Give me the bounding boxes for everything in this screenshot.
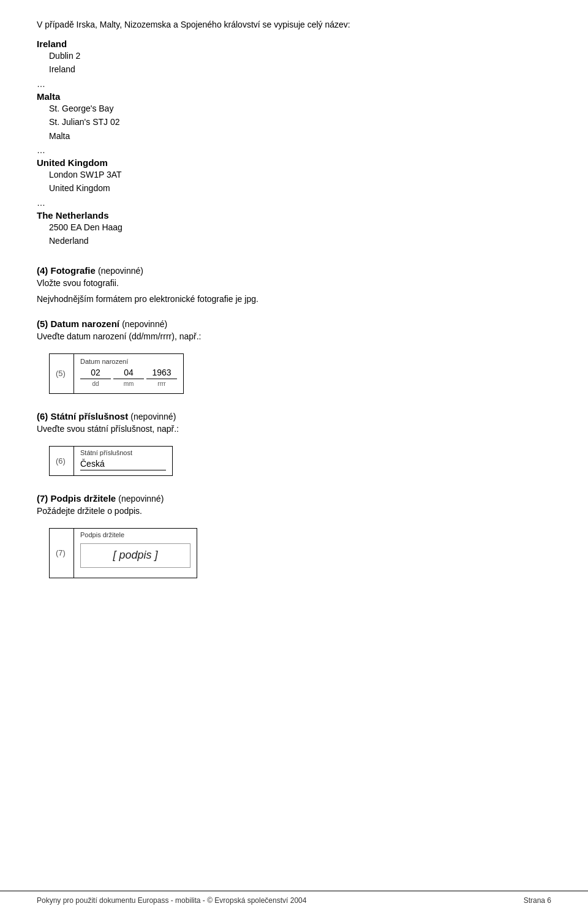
- yyyy-cell: 1963 rrrr: [146, 368, 177, 387]
- date-fields: 02 dd 04 mm 1963 rrrr: [80, 368, 177, 387]
- malta-name: Malta: [37, 91, 551, 102]
- section-7: (7) Podpis držitele (nepovinné) Požádejt…: [37, 493, 551, 578]
- netherlands-block: The Netherlands 2500 EA Den Haag Nederla…: [37, 210, 551, 248]
- dd-label: dd: [92, 380, 99, 387]
- section4-line1: Vložte svou fotografii.: [37, 278, 551, 288]
- intro-text: V případě Irska, Malty, Nizozemska a Spo…: [37, 18, 551, 31]
- rrrr-label: rrrr: [157, 380, 165, 387]
- section6-heading: (6) Státní příslušnost (nepovinné): [37, 411, 551, 421]
- mm-value: 04: [113, 368, 144, 379]
- uk-block: United Kingdom London SW1P 3AT United Ki…: [37, 157, 551, 208]
- section6-fields: Státní příslušnost Česká: [74, 447, 172, 475]
- section5-heading: (5) Datum narození (nepovinné): [37, 319, 551, 329]
- section4-heading: (4) Fotografie (nepovinné): [37, 265, 551, 276]
- section5-box: (5) Datum narození 02 dd 04 mm: [49, 353, 184, 394]
- malta-addr3: Malta: [49, 129, 551, 143]
- section-5: (5) Datum narození (nepovinné) Uveďte da…: [37, 319, 551, 394]
- malta-addr1: St. George's Bay: [49, 102, 551, 115]
- dd-cell: 02 dd: [80, 368, 111, 387]
- section7-number: (7): [50, 529, 74, 578]
- footer-right-text: Strana 6: [524, 896, 551, 905]
- section6-value: Česká: [80, 459, 166, 470]
- section7-instruction: Požádejte držitele o podpis.: [37, 506, 551, 516]
- netherlands-addr2: Nederland: [49, 234, 551, 247]
- section-6: (6) Státní příslušnost (nepovinné) Uveďt…: [37, 411, 551, 476]
- section6-number: (6): [50, 447, 74, 475]
- section6-field-label: Státní příslušnost: [80, 449, 166, 456]
- mm-cell: 04 mm: [113, 368, 144, 387]
- uk-addr2: United Kingdom: [49, 181, 551, 195]
- section4-line2: Nejvhodnějším formátem pro elektronické …: [37, 294, 551, 304]
- uk-addr1: London SW1P 3AT: [49, 168, 551, 181]
- section7-field-label: Podpis držitele: [80, 531, 190, 538]
- ellipsis-2: …: [37, 145, 551, 155]
- section-4: (4) Fotografie (nepovinné) Vložte svou f…: [37, 265, 551, 304]
- mm-label: mm: [124, 380, 134, 387]
- ellipsis-1: …: [37, 79, 551, 89]
- ireland-addr1: Dublin 2: [49, 49, 551, 62]
- section5-number: (5): [50, 354, 74, 393]
- footer-left-text: Pokyny pro použití dokumentu Europass - …: [37, 896, 306, 905]
- yyyy-value: 1963: [146, 368, 177, 379]
- malta-block: Malta St. George's Bay St. Julian's STJ …: [37, 91, 551, 155]
- section7-box: (7) Podpis držitele [ podpis ]: [49, 528, 197, 578]
- section6-box: (6) Státní příslušnost Česká: [49, 446, 173, 476]
- netherlands-name: The Netherlands: [37, 210, 551, 221]
- ireland-name: Ireland: [37, 39, 551, 49]
- ireland-addr2: Ireland: [49, 62, 551, 76]
- section5-field-label: Datum narození: [80, 358, 177, 365]
- section7-signature: [ podpis ]: [80, 543, 190, 568]
- section6-instruction: Uveďte svou státní příslušnost, např.:: [37, 424, 551, 434]
- ellipsis-3: …: [37, 198, 551, 208]
- section7-fields: Podpis držitele [ podpis ]: [74, 529, 197, 578]
- netherlands-addr1: 2500 EA Den Haag: [49, 221, 551, 234]
- page-footer: Pokyny pro použití dokumentu Europass - …: [0, 891, 588, 905]
- section5-instruction: Uveďte datum narození (dd/mm/rrrr), např…: [37, 331, 551, 341]
- section7-heading: (7) Podpis držitele (nepovinné): [37, 493, 551, 504]
- ireland-block: Ireland Dublin 2 Ireland …: [37, 39, 551, 89]
- section5-fields: Datum narození 02 dd 04 mm 1: [74, 354, 183, 393]
- malta-addr2: St. Julian's STJ 02: [49, 115, 551, 129]
- uk-name: United Kingdom: [37, 157, 551, 168]
- dd-value: 02: [80, 368, 111, 379]
